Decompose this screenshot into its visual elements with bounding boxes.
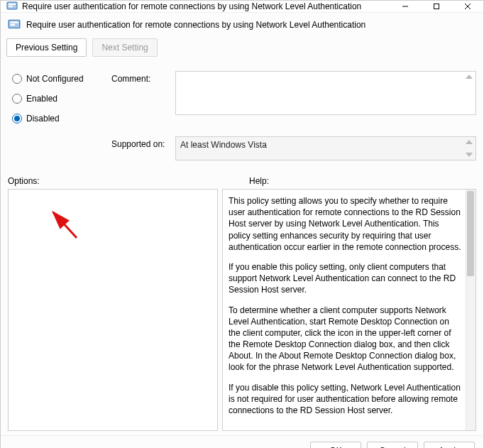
cancel-button[interactable]: Cancel: [367, 442, 418, 448]
supported-on-value: At least Windows Vista: [180, 140, 267, 150]
help-label: Help:: [249, 176, 476, 186]
radio-circle-icon: [12, 114, 22, 124]
help-paragraph: If you disable this policy setting, Netw…: [229, 382, 463, 417]
scrollbar-thumb[interactable]: [467, 191, 474, 276]
supported-on-field: At least Windows Vista: [175, 136, 476, 160]
close-button[interactable]: [452, 1, 483, 12]
ok-button[interactable]: OK: [310, 442, 361, 448]
previous-setting-button[interactable]: Previous Setting: [6, 38, 87, 57]
supported-on-label: Supported on:: [111, 136, 175, 160]
next-setting-button: Next Setting: [92, 38, 157, 57]
policy-title: Require user authentication for remote c…: [26, 20, 365, 30]
options-panel: [8, 189, 218, 431]
help-paragraph: This policy setting allows you to specif…: [229, 195, 463, 253]
chevron-up-icon: [466, 140, 473, 144]
policy-header: Require user authentication for remote c…: [1, 13, 483, 35]
svg-rect-9: [10, 24, 15, 26]
window-title: Require user authentication for remote c…: [22, 1, 390, 11]
help-paragraph: If you enable this policy setting, only …: [229, 261, 463, 296]
options-label: Options:: [8, 176, 40, 186]
radio-label: Disabled: [26, 114, 60, 124]
chevron-down-icon: [466, 153, 473, 157]
radio-circle-icon: [12, 74, 22, 84]
help-panel: This policy setting allows you to specif…: [222, 189, 476, 431]
svg-rect-1: [9, 4, 16, 5]
scrollbar[interactable]: [466, 190, 475, 430]
dialog-body: Require user authentication for remote c…: [1, 13, 483, 448]
svg-rect-2: [9, 6, 13, 7]
help-text: This policy setting allows you to specif…: [223, 190, 475, 430]
radio-circle-icon: [12, 94, 22, 104]
help-paragraph: To determine whether a client computer s…: [229, 305, 463, 373]
maximize-button[interactable]: [421, 1, 452, 12]
radio-label: Not Configured: [26, 74, 84, 84]
minimize-button[interactable]: [390, 1, 421, 12]
chevron-up-icon: [466, 75, 473, 79]
comment-label: Comment:: [111, 71, 175, 124]
radio-enabled[interactable]: Enabled: [12, 94, 111, 104]
radio-not-configured[interactable]: Not Configured: [12, 74, 111, 84]
apply-button[interactable]: Apply: [424, 442, 475, 448]
policy-icon: [8, 18, 21, 31]
policy-icon: [6, 1, 18, 12]
gpo-setting-dialog: Require user authentication for remote c…: [0, 0, 484, 448]
svg-rect-4: [434, 4, 439, 9]
svg-rect-8: [10, 22, 18, 23]
comment-textarea[interactable]: [175, 71, 476, 115]
radio-label: Enabled: [26, 94, 57, 104]
radio-disabled[interactable]: Disabled: [12, 114, 111, 124]
state-radio-group: Not Configured Enabled Disabled: [12, 71, 111, 124]
titlebar: Require user authentication for remote c…: [1, 1, 483, 13]
